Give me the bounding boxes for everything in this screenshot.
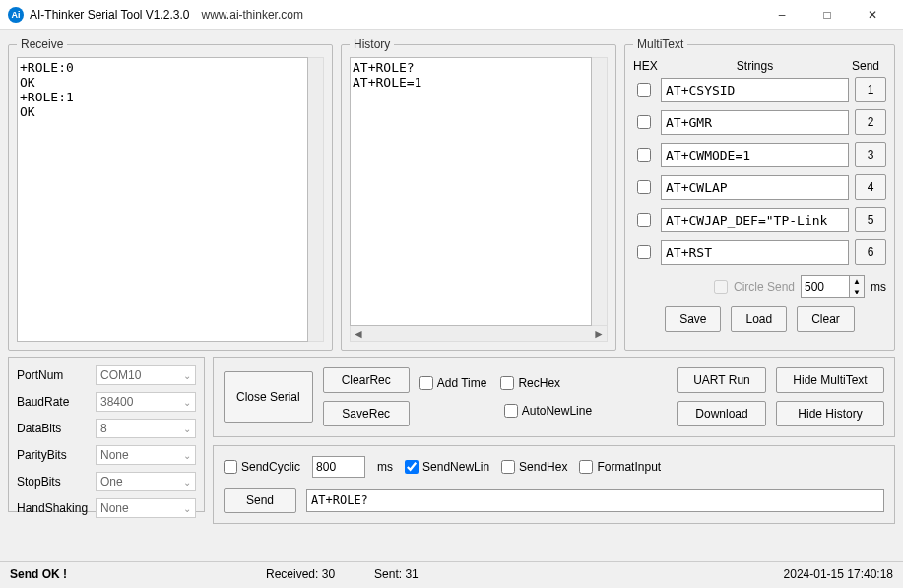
multitext-send-button[interactable]: 6 xyxy=(855,239,886,265)
receive-textarea[interactable]: +ROLE:0 OK +ROLE:1 OK xyxy=(17,57,308,342)
status-datetime: 2024-01-15 17:40:18 xyxy=(784,567,893,581)
history-scrollbar-h[interactable]: ◄► xyxy=(350,326,608,342)
header-strings: Strings xyxy=(665,59,845,73)
history-panel: History AT+ROLE? AT+ROLE=1 ◄► xyxy=(341,37,616,351)
auto-newline-checkbox[interactable] xyxy=(504,404,518,418)
multitext-string-input[interactable] xyxy=(661,240,849,265)
handshaking-label: HandShaking xyxy=(17,501,92,515)
multitext-load-button[interactable]: Load xyxy=(731,306,787,332)
minimize-button[interactable]: – xyxy=(759,0,805,30)
handshaking-select[interactable]: None⌄ xyxy=(96,498,196,518)
hide-multitext-button[interactable]: Hide MultiText xyxy=(776,367,884,393)
app-icon: Ai xyxy=(8,7,24,23)
send-cyclic-label: SendCyclic xyxy=(241,460,300,474)
actions-panel: Close Serial ClearRec SaveRec Add Time R… xyxy=(213,357,895,437)
portnum-label: PortNum xyxy=(17,368,92,382)
portnum-select[interactable]: COM10⌄ xyxy=(96,365,196,385)
history-textarea[interactable]: AT+ROLE? AT+ROLE=1 xyxy=(350,57,592,326)
multitext-hex-checkbox[interactable] xyxy=(637,83,651,97)
multitext-string-input[interactable] xyxy=(661,175,849,200)
hide-history-button[interactable]: Hide History xyxy=(776,401,884,426)
receive-panel: Receive +ROLE:0 OK +ROLE:1 OK xyxy=(8,37,333,351)
spin-up-icon[interactable]: ▲ xyxy=(850,276,864,287)
multitext-hex-checkbox[interactable] xyxy=(637,115,651,129)
multitext-panel: MultiText HEX Strings Send 1 2 3 4 5 6 xyxy=(624,37,895,351)
send-button[interactable]: Send xyxy=(224,488,296,513)
status-message: Send OK ! xyxy=(10,567,226,581)
send-command-input[interactable] xyxy=(306,489,884,512)
rec-hex-checkbox[interactable] xyxy=(500,376,514,390)
add-time-label: Add Time xyxy=(437,376,487,390)
statusbar: Send OK ! Received: 30 Sent: 31 2024-01-… xyxy=(0,561,903,585)
clear-rec-button[interactable]: ClearRec xyxy=(323,367,410,393)
send-hex-label: SendHex xyxy=(519,460,567,474)
multitext-string-input[interactable] xyxy=(661,143,849,167)
history-legend: History xyxy=(350,37,394,51)
titlebar: Ai AI-Thinker Serial Tool V1.2.3.0 www.a… xyxy=(0,0,903,30)
close-serial-button[interactable]: Close Serial xyxy=(224,371,313,423)
send-newline-checkbox[interactable] xyxy=(405,460,419,474)
stopbits-select[interactable]: One⌄ xyxy=(96,472,196,491)
multitext-row: 5 xyxy=(633,207,886,232)
multitext-save-button[interactable]: Save xyxy=(665,306,721,332)
format-input-checkbox[interactable] xyxy=(579,460,593,474)
send-hex-checkbox[interactable] xyxy=(501,460,515,474)
receive-scrollbar[interactable] xyxy=(308,57,324,342)
multitext-hex-checkbox[interactable] xyxy=(637,213,651,227)
send-cyclic-checkbox[interactable] xyxy=(224,460,237,474)
multitext-send-button[interactable]: 2 xyxy=(855,109,886,135)
header-send: Send xyxy=(845,59,886,73)
status-sent: Sent: 31 xyxy=(374,567,419,581)
databits-select[interactable]: 8⌄ xyxy=(96,419,196,438)
multitext-string-input[interactable] xyxy=(661,78,849,102)
spin-down-icon[interactable]: ▼ xyxy=(850,287,864,297)
multitext-send-button[interactable]: 5 xyxy=(855,207,886,232)
multitext-hex-checkbox[interactable] xyxy=(637,245,651,259)
circle-send-checkbox[interactable] xyxy=(714,280,728,294)
send-panel: SendCyclic ms SendNewLin SendHex FormatI… xyxy=(213,445,895,524)
multitext-row: 3 xyxy=(633,142,886,167)
baudrate-label: BaudRate xyxy=(17,395,92,409)
multitext-header: HEX Strings Send xyxy=(633,57,886,77)
circle-send-label: Circle Send xyxy=(734,280,795,294)
send-newline-label: SendNewLin xyxy=(422,460,489,474)
maximize-button[interactable]: □ xyxy=(805,0,850,30)
multitext-row: 2 xyxy=(633,109,886,135)
paritybits-label: ParityBits xyxy=(17,448,92,462)
multitext-send-button[interactable]: 4 xyxy=(855,174,886,200)
window-title: AI-Thinker Serial Tool V1.2.3.0 xyxy=(30,8,190,22)
baudrate-select[interactable]: 38400⌄ xyxy=(96,392,196,412)
databits-label: DataBits xyxy=(17,422,92,435)
format-input-label: FormatInput xyxy=(597,460,661,474)
multitext-clear-button[interactable]: Clear xyxy=(797,306,855,332)
multitext-row: 6 xyxy=(633,239,886,265)
receive-legend: Receive xyxy=(17,37,67,51)
save-rec-button[interactable]: SaveRec xyxy=(323,401,410,426)
header-hex: HEX xyxy=(633,59,665,73)
send-interval-unit: ms xyxy=(377,460,393,474)
circle-send-unit: ms xyxy=(871,280,886,294)
multitext-string-input[interactable] xyxy=(661,110,849,135)
multitext-send-button[interactable]: 3 xyxy=(855,142,886,167)
multitext-string-input[interactable] xyxy=(661,208,849,232)
port-panel: PortNumCOM10⌄ BaudRate38400⌄ DataBits8⌄ … xyxy=(8,357,205,512)
multitext-row: 4 xyxy=(633,174,886,200)
close-button[interactable]: ✕ xyxy=(850,0,895,30)
multitext-send-button[interactable]: 1 xyxy=(855,77,886,102)
download-button[interactable]: Download xyxy=(677,401,766,426)
circle-send-interval[interactable] xyxy=(801,275,850,298)
window-url: www.ai-thinker.com xyxy=(202,8,303,22)
uart-run-button[interactable]: UART Run xyxy=(677,367,766,393)
history-scrollbar-v[interactable] xyxy=(592,57,608,326)
add-time-checkbox[interactable] xyxy=(419,376,433,390)
auto-newline-label: AutoNewLine xyxy=(522,404,592,418)
send-interval-input[interactable] xyxy=(312,456,365,478)
multitext-row: 1 xyxy=(633,77,886,102)
stopbits-label: StopBits xyxy=(17,475,92,489)
status-received: Received: 30 xyxy=(266,567,335,581)
multitext-hex-checkbox[interactable] xyxy=(637,180,651,194)
multitext-legend: MultiText xyxy=(633,37,687,51)
multitext-hex-checkbox[interactable] xyxy=(637,148,651,162)
paritybits-select[interactable]: None⌄ xyxy=(96,445,196,465)
rec-hex-label: RecHex xyxy=(518,376,560,390)
